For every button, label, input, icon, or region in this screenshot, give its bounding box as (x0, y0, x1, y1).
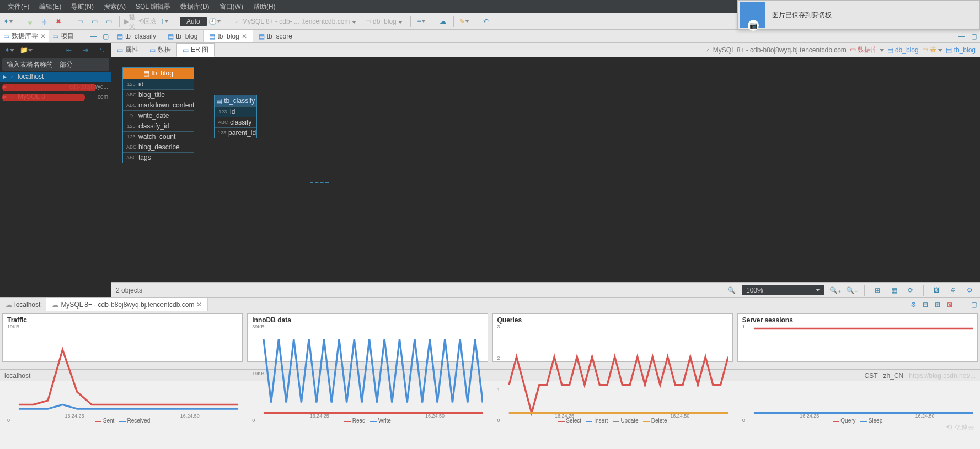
add-button[interactable]: ✦ (3, 44, 15, 56)
rollback-button[interactable]: ⟲ 回滚 (138, 15, 156, 28)
settings-icon[interactable]: ⚙ (907, 299, 919, 311)
maximize-view-button[interactable]: ▢ (968, 30, 980, 42)
column-classify[interactable]: ABCclassify (215, 117, 256, 127)
cloud-button[interactable]: ☁ (437, 15, 449, 28)
sql-editor-button[interactable]: ▭ (74, 15, 86, 28)
menu-item[interactable]: 搜索(A) (99, 2, 130, 12)
sql-console-button[interactable]: ▭ (88, 15, 100, 28)
grid-button[interactable]: ▦ (888, 284, 900, 296)
link-button[interactable]: ⇋ (96, 44, 108, 56)
side-panel-tabs: ▭ 数据库导 ✕▭ 项目—▢ (0, 30, 111, 43)
editor-subtab[interactable]: ▭ 属性 (111, 43, 144, 57)
print-button[interactable]: 🖨 (947, 284, 959, 296)
editor-tab[interactable]: ▤ tb_blog ✕ (204, 30, 253, 42)
menu-item[interactable]: 编辑(E) (35, 2, 66, 12)
column-tags[interactable]: ABCtags (123, 152, 194, 163)
column-classify_id[interactable]: 123classify_id (123, 121, 194, 131)
tree-node[interactable]: ▸⟋localhost (0, 72, 111, 82)
editor-tabs: ▤ tb_classify▤ tb_blog▤ tb_blog ✕▤ tb_sc… (111, 30, 980, 43)
new-connection-button[interactable]: ✦ (2, 15, 14, 28)
bc-tables[interactable]: ▭ 表 (922, 45, 943, 55)
bc-schema[interactable]: ▤ db_blog (887, 46, 919, 54)
expand-button[interactable]: ⇥ (79, 44, 92, 56)
undo-button[interactable]: ↶ (480, 15, 492, 28)
notification-text: 图片已保存到剪切板 (768, 10, 979, 20)
editor-subtab[interactable]: ▭ ER 图 (176, 43, 215, 57)
column-id[interactable]: 123id (215, 106, 256, 117)
tree-filter-input[interactable]: 输入表格名称的一部分 (2, 58, 109, 71)
editor-status-bar: 2 objects 🔍 100% 🔍₊ 🔍₋ ⊞ ▦ ⟳ 🖼 🖨 ⚙ (111, 282, 980, 297)
disconnect-all-button[interactable]: ✖ (52, 15, 65, 28)
editor-area: ▤ tb_classify▤ tb_blog▤ tb_blog ✕▤ tb_sc… (111, 30, 980, 297)
bc-database[interactable]: ▭ 数据库 (850, 45, 884, 55)
column-id[interactable]: 123id (123, 79, 194, 89)
bottom-tabs: ☁ localhost☁ MySQL 8+ - cdb-b8oj8wyq.bj.… (0, 298, 980, 311)
menu-item[interactable]: 帮助(H) (249, 2, 280, 12)
panel-btn-1[interactable]: ⊟ (919, 299, 931, 311)
bc-table[interactable]: ▤ tb_blog (946, 46, 976, 54)
layout-button[interactable]: ⊞ (871, 284, 883, 296)
editor-tab[interactable]: ▤ tb_classify (111, 30, 162, 42)
menu-item[interactable]: 导航(N) (67, 2, 98, 12)
history-button[interactable]: 🕘 (209, 15, 221, 28)
column-blog_title[interactable]: ABCblog_title (123, 89, 194, 100)
list-view-button[interactable]: ≡ (415, 15, 427, 28)
export-image-button[interactable]: 🖼 (930, 284, 942, 296)
menu-item[interactable]: 数据库(D) (176, 2, 214, 12)
tx-mode-button[interactable]: T (158, 15, 170, 28)
commit-button[interactable]: ▶ 提交 (124, 15, 136, 28)
zoom-selector[interactable]: 100% (742, 285, 824, 295)
brush-button[interactable]: ✎ (458, 15, 470, 28)
side-tab[interactable]: ▭ 数据库导 ✕ (0, 30, 49, 42)
bc-connection[interactable]: ⟋ MySQL 8+ - cdb-b8oj8wyq.bj.tencentcdb.… (704, 46, 846, 54)
column-blog_describe[interactable]: ABCblog_describe (123, 142, 194, 152)
panel-btn-2[interactable]: ⊞ (931, 299, 944, 311)
camera-icon: 📷 (748, 20, 759, 31)
tree-node[interactable]: ▸⟋MySQL 8.com (0, 91, 111, 101)
editor-subtab[interactable]: ▭ 数据 (144, 43, 176, 57)
disconnect-button[interactable]: ⏚ (38, 15, 50, 28)
column-write_date[interactable]: ⊙write_date (123, 110, 194, 121)
tree-node[interactable]: ▸⟋cdb-b8oj8wyq... (0, 82, 111, 91)
bottom-tab[interactable]: ☁ MySQL 8+ - cdb-b8oj8wyq.bj.tencentcdb.… (46, 298, 208, 311)
entity-tb_blog[interactable]: ▤ tb_blog123idABCblog_titleABCmarkdown_c… (122, 67, 194, 163)
column-markdown_content[interactable]: ABCmarkdown_content (123, 100, 194, 110)
connect-button[interactable]: ⏚ (24, 15, 36, 28)
editor-tab[interactable]: ▤ tb_score (253, 30, 298, 42)
object-count: 2 objects (116, 286, 142, 294)
charts-container: Traffic19KB016:24:2516:24:50 Sent Receiv… (0, 311, 980, 364)
collapse-button[interactable]: ⇤ (63, 44, 75, 56)
search-icon[interactable]: 🔍 (725, 284, 737, 296)
entity-tb_classify[interactable]: ▤ tb_classify123idABCclassify123parent_i… (214, 95, 257, 138)
side-panel-button[interactable]: — (87, 30, 99, 42)
er-diagram-canvas[interactable]: ▤ tb_blog123idABCblog_titleABCmarkdown_c… (111, 57, 980, 282)
column-watch_count[interactable]: 123watch_count (123, 131, 194, 142)
menu-item[interactable]: 文件(F) (3, 2, 34, 12)
bottom-tab[interactable]: ☁ localhost (0, 298, 46, 311)
database-navigator-panel: ▭ 数据库导 ✕▭ 项目—▢ ✦ 📁 ⇤ ⇥ ⇋ 输入表格名称的一部分 ▸⟋lo… (0, 30, 111, 297)
panel-btn-3[interactable]: ⊠ (944, 299, 956, 311)
editor-tab[interactable]: ▤ tb_blog (162, 30, 204, 42)
auto-commit-toggle[interactable]: Auto (180, 17, 207, 26)
monitoring-panel: ☁ localhost☁ MySQL 8+ - cdb-b8oj8wyq.bj.… (0, 297, 980, 369)
chart-innodb-data: InnoDB data39KB19KB016:24:2516:24:50 Rea… (247, 313, 488, 362)
side-panel-button[interactable]: ▢ (99, 30, 111, 42)
menu-item[interactable]: 窗口(W) (215, 2, 248, 12)
panel-minimize-button[interactable]: — (956, 299, 968, 311)
zoom-out-button[interactable]: 🔍₋ (845, 284, 858, 296)
zoom-in-button[interactable]: 🔍₊ (829, 284, 841, 296)
recent-sql-button[interactable]: ▭ (103, 15, 115, 28)
menu-item[interactable]: SQL 编辑器 (131, 2, 175, 12)
relationship-line (310, 182, 329, 183)
folder-button[interactable]: 📁 (20, 44, 32, 56)
refresh-button[interactable]: ⟳ (904, 284, 917, 296)
minimize-view-button[interactable]: — (956, 30, 968, 42)
connection-tree[interactable]: ▸⟋localhost▸⟋cdb-b8oj8wyq...▸⟋MySQL 8.co… (0, 72, 111, 297)
settings-icon[interactable]: ⚙ (963, 284, 976, 296)
side-tab[interactable]: ▭ 项目 (49, 30, 77, 42)
panel-maximize-button[interactable]: ▢ (968, 299, 980, 311)
database-selector[interactable]: ▭ db_blog (362, 18, 406, 25)
chart-queries: Queries321016:24:2516:24:50 Select Inser… (492, 313, 733, 362)
connection-selector[interactable]: ⟋ MySQL 8+ - cdb- ... .tencentcdb.com (231, 18, 360, 25)
column-parent_id[interactable]: 123parent_id (215, 127, 256, 138)
